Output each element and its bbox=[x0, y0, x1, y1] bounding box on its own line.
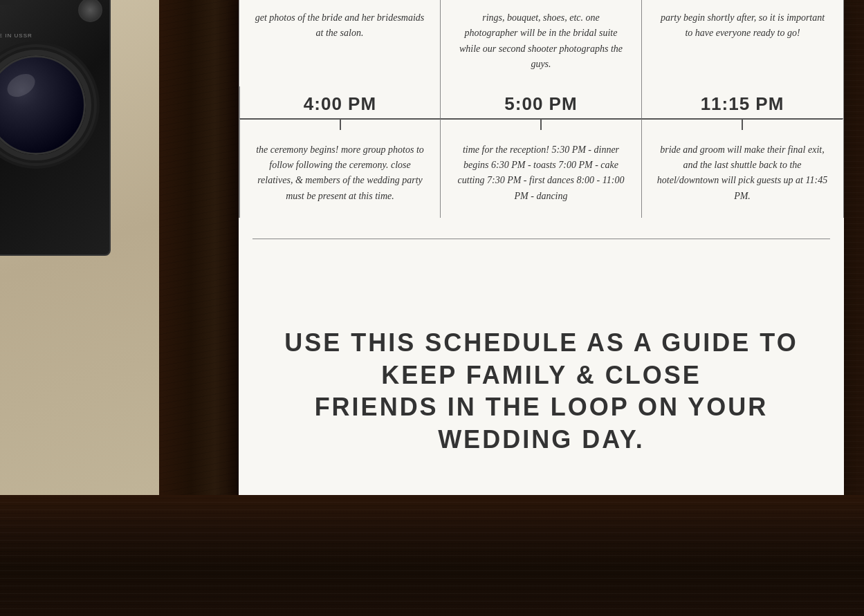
divider-row bbox=[239, 118, 844, 132]
bottom-text-3: bride and groom will make their final ex… bbox=[657, 144, 827, 201]
camera-lens-housing bbox=[0, 50, 91, 160]
top-text-2: rings, bouquet, shoes, etc. one photogra… bbox=[459, 12, 623, 69]
camera-lens-glare bbox=[3, 69, 39, 102]
camera-main-body: MADE IN USSR bbox=[0, 0, 111, 256]
tagline-line1: USE THIS SCHEDULE AS A GUIDE TO KEEP FAM… bbox=[284, 328, 798, 389]
bottom-col-1: the ceremony begins! more group photos t… bbox=[239, 132, 441, 218]
time-text-3: 11:15 PM bbox=[701, 93, 784, 114]
camera-body: MADE IN USSR bbox=[0, 0, 138, 346]
time-label-3: 11:15 PM bbox=[642, 86, 843, 118]
top-text-grid: get photos of the bride and her bridesma… bbox=[239, 0, 844, 86]
content-page: get photos of the bride and her bridesma… bbox=[239, 0, 844, 498]
divider-col-3 bbox=[642, 118, 843, 132]
bottom-grid: the ceremony begins! more group photos t… bbox=[239, 132, 844, 218]
divider-tick-1 bbox=[340, 120, 341, 130]
divider-col-1 bbox=[239, 118, 441, 132]
divider-col-2 bbox=[441, 118, 642, 132]
bottom-col-3: bride and groom will make their final ex… bbox=[642, 132, 843, 218]
top-col-1: get photos of the bride and her bridesma… bbox=[239, 0, 441, 86]
camera-decoration: MADE IN USSR bbox=[0, 0, 159, 346]
divider-tick-2 bbox=[540, 120, 542, 130]
time-label-2: 5:00 PM bbox=[441, 86, 642, 118]
top-col-3: party begin shortly after, so it is impo… bbox=[642, 0, 843, 86]
camera-lens bbox=[0, 55, 86, 155]
top-text-3: party begin shortly after, so it is impo… bbox=[661, 12, 825, 38]
time-row: 4:00 PM 5:00 PM 11:15 PM bbox=[239, 86, 844, 118]
time-text-1: 4:00 PM bbox=[304, 93, 376, 114]
bottom-text-2: time for the reception! 5:30 PM - dinner… bbox=[458, 144, 625, 201]
top-text-1: get photos of the bride and her bridesma… bbox=[255, 12, 425, 38]
time-text-2: 5:00 PM bbox=[504, 93, 577, 114]
camera-ussr-text: MADE IN USSR bbox=[0, 32, 33, 39]
top-col-2: rings, bouquet, shoes, etc. one photogra… bbox=[441, 0, 642, 86]
horizontal-rule bbox=[252, 239, 830, 239]
bottom-col-2: time for the reception! 5:30 PM - dinner… bbox=[441, 132, 642, 218]
wood-bottom-texture bbox=[0, 495, 864, 616]
tagline-line2: FRIENDS IN THE LOOP ON YOUR WEDDING DAY. bbox=[315, 393, 769, 454]
tagline-text: USE THIS SCHEDULE AS A GUIDE TO KEEP FAM… bbox=[273, 327, 809, 456]
divider-tick-3 bbox=[742, 120, 743, 130]
camera-top-detail bbox=[0, 0, 15, 5]
camera-dial bbox=[78, 0, 102, 22]
tagline-section: USE THIS SCHEDULE AS A GUIDE TO KEEP FAM… bbox=[239, 327, 844, 456]
bottom-text-1: the ceremony begins! more group photos t… bbox=[256, 144, 424, 201]
time-label-1: 4:00 PM bbox=[239, 86, 441, 118]
